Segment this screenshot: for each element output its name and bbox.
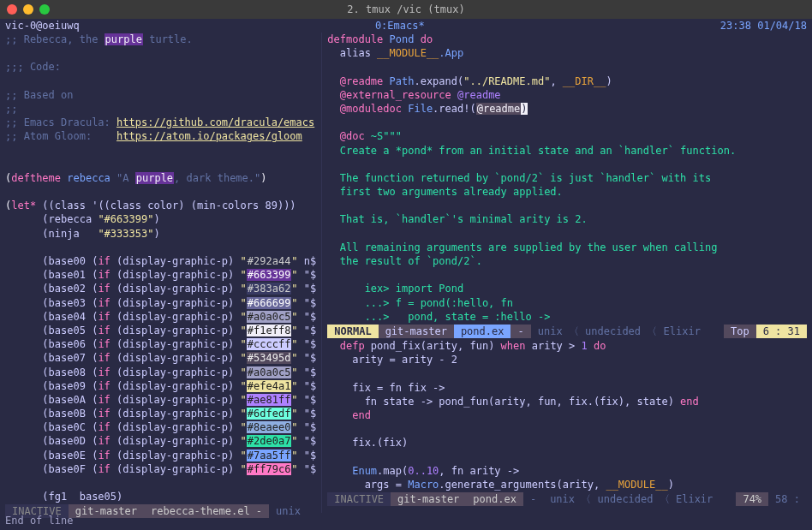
close-icon[interactable] bbox=[7, 4, 17, 15]
color-base-line: (base09 (if (display-graphic-p) "#efe4a1… bbox=[5, 379, 316, 393]
code-line: ;; Rebecca, the purple turtle. bbox=[5, 33, 316, 46]
color-swatch: #ccccff bbox=[247, 338, 292, 350]
code-line: ;;; Code: bbox=[5, 60, 316, 74]
color-swatch: #a0a0c5 bbox=[247, 311, 292, 323]
code-line: alias __MODULE__.App bbox=[327, 46, 807, 60]
scroll-pos: Top bbox=[724, 325, 756, 338]
link-gloom[interactable]: https://atom.io/packages/gloom bbox=[116, 130, 302, 142]
mode-state: NORMAL bbox=[327, 325, 378, 338]
color-swatch: #efe4a1 bbox=[247, 380, 292, 392]
code-line: fix.(fix) bbox=[327, 436, 807, 450]
code-line: defmodule Pond do bbox=[327, 33, 807, 46]
tmux-status-line: vic-0@oeiuwq 0:Emacs* 23:38 01/04/18 bbox=[0, 19, 812, 33]
zoom-icon[interactable] bbox=[39, 4, 50, 15]
code-line: (deftheme rebecca "A purple, dark theme.… bbox=[5, 171, 316, 185]
code-line: fn state -> pond_fun(arity, fun, fix.(fi… bbox=[327, 395, 807, 408]
docstring: The function returned by `pond/2` is jus… bbox=[327, 171, 807, 185]
docstring: ...> pond, state = :hello -> bbox=[327, 310, 807, 324]
git-branch: git-master bbox=[379, 325, 454, 338]
cursor: ) bbox=[521, 103, 527, 115]
docstring: first two arguments already applied. bbox=[327, 185, 807, 199]
color-base-line: (base06 (if (display-graphic-p) "#ccccff… bbox=[5, 337, 316, 351]
color-swatch: #f1eff8 bbox=[247, 325, 292, 336]
color-base-line: (base04 (if (display-graphic-p) "#a0a0c5… bbox=[5, 310, 316, 324]
modified-flag: - bbox=[523, 492, 543, 506]
code-line: @doc ~S""" bbox=[327, 129, 807, 143]
file-meta: unix 〈 undecided 〈 Elixir bbox=[543, 492, 736, 506]
titlebar: 2. tmux /vic (tmux) bbox=[0, 0, 812, 19]
color-swatch: #2de0a7 bbox=[247, 435, 292, 447]
file-encoding: unix bbox=[269, 504, 307, 518]
color-swatch: #383a62 bbox=[247, 283, 292, 295]
file-meta: unix 〈 undecided 〈 Elixir bbox=[531, 325, 724, 338]
code-line: (rebecca "#663399") bbox=[5, 212, 316, 226]
color-base-line: (base0F (if (display-graphic-p) "#ff79c6… bbox=[5, 462, 316, 476]
color-swatch: #53495d bbox=[247, 352, 292, 364]
color-base-line: (base07 (if (display-graphic-p) "#53495d… bbox=[5, 351, 316, 365]
tmux-window[interactable]: 0:Emacs* bbox=[80, 19, 720, 33]
buffer-name: pond.ex bbox=[454, 325, 511, 338]
color-swatch: #663399 bbox=[247, 269, 292, 281]
color-swatch: #ae81ff bbox=[247, 394, 292, 406]
code-line: (ninja "#333353") bbox=[5, 227, 316, 241]
color-base-line: (base03 (if (display-graphic-p) "#666699… bbox=[5, 296, 316, 310]
color-swatch: #8eaee0 bbox=[247, 421, 292, 433]
color-base-line: (base01 (if (display-graphic-p) "#663399… bbox=[5, 268, 316, 282]
code-line: args = Macro.generate_arguments(arity, _… bbox=[327, 478, 807, 491]
code-line: arity = arity - 2 bbox=[327, 353, 807, 366]
docstring: iex> import Pond bbox=[327, 282, 807, 295]
cursor-region: @readme bbox=[476, 103, 522, 115]
code-line: end bbox=[327, 408, 807, 422]
code-line: @moduledoc File.read!(@readme) bbox=[327, 102, 807, 116]
color-swatch: #666699 bbox=[247, 297, 292, 309]
docstring: the result of `pond/2`. bbox=[327, 254, 807, 268]
tmux-clock: 23:38 01/04/18 bbox=[720, 19, 812, 33]
color-swatch: #7aa5ff bbox=[247, 450, 292, 462]
color-base-line: (base08 (if (display-graphic-p) "#a0a0c5… bbox=[5, 366, 316, 379]
right-modeline-top: NORMAL git-master pond.ex - unix 〈 undec… bbox=[327, 324, 807, 339]
code-line: (let* ((class '((class color) (min-color… bbox=[5, 199, 316, 212]
color-swatch: #292a44 bbox=[247, 255, 292, 267]
buffer-name: rebecca-theme.el - bbox=[144, 504, 269, 518]
left-pane[interactable]: ;; Rebecca, the purple turtle. ;;; Code:… bbox=[0, 33, 322, 513]
window-title: 2. tmux /vic (tmux) bbox=[0, 3, 812, 16]
code-line: @readme Path.expand("../README.md", __DI… bbox=[327, 74, 807, 88]
code-line: ;; Atom Gloom: https://atom.io/packages/… bbox=[5, 129, 316, 143]
code-line: fix = fn fix -> bbox=[327, 381, 807, 395]
docstring: That is, `handler`'s minimal arity is 2. bbox=[327, 212, 807, 226]
right-pane[interactable]: defmodule Pond do alias __MODULE__.App @… bbox=[322, 33, 812, 513]
docstring: ...> f = pond(:hello, fn bbox=[327, 296, 807, 310]
docstring: Create a *pond* from an initial state an… bbox=[327, 144, 807, 158]
minimize-icon[interactable] bbox=[23, 4, 33, 15]
line-col: 58 : bbox=[768, 492, 807, 506]
color-base-line: (base0D (if (display-graphic-p) "#2de0a7… bbox=[5, 434, 316, 448]
color-base-line: (base0E (if (display-graphic-p) "#7aa5ff… bbox=[5, 449, 316, 462]
mode-state: INACTIVE bbox=[327, 492, 391, 506]
code-line: defp pond_fix(arity, fun) when arity > 1… bbox=[327, 339, 807, 353]
editor-split: ;; Rebecca, the purple turtle. ;;; Code:… bbox=[0, 33, 812, 513]
highlight-purple: purple bbox=[104, 33, 143, 45]
modified-flag: - bbox=[510, 325, 530, 338]
code-line: Enum.map(0..10, fn arity -> bbox=[327, 464, 807, 478]
link-dracula[interactable]: https://github.com/dracula/emacs bbox=[116, 116, 314, 128]
buffer-name: pond.ex bbox=[466, 492, 523, 506]
color-swatch: #ff79c6 bbox=[247, 463, 292, 475]
color-base-line: (base05 (if (display-graphic-p) "#f1eff8… bbox=[5, 324, 316, 337]
code-line: @external_resource @readme bbox=[327, 88, 807, 102]
color-base-line: (base0C (if (display-graphic-p) "#8eaee0… bbox=[5, 420, 316, 434]
color-base-line: (base0B (if (display-graphic-p) "#6dfedf… bbox=[5, 407, 316, 420]
line-col: 6 : 31 bbox=[756, 325, 807, 338]
code-line: ;; Based on bbox=[5, 88, 316, 102]
color-base-line: (base0A (if (display-graphic-p) "#ae81ff… bbox=[5, 393, 316, 407]
color-swatch: #6dfedf bbox=[247, 408, 292, 420]
echo-message: End of line bbox=[5, 514, 73, 527]
window-controls bbox=[7, 4, 50, 15]
color-base-line: (base02 (if (display-graphic-p) "#383a62… bbox=[5, 282, 316, 295]
scroll-pct: 74% bbox=[736, 492, 768, 506]
code-line: ;; bbox=[5, 102, 316, 116]
code-line: (fg1 base05) bbox=[5, 490, 316, 503]
right-modeline-bottom: INACTIVE git-master pond.ex - unix 〈 und… bbox=[327, 491, 807, 507]
code-line: ;; Emacs Dracula: https://github.com/dra… bbox=[5, 116, 316, 129]
tmux-host: vic-0@oeiuwq bbox=[0, 19, 80, 33]
docstring: All remaining arguments are supplied by … bbox=[327, 241, 807, 254]
